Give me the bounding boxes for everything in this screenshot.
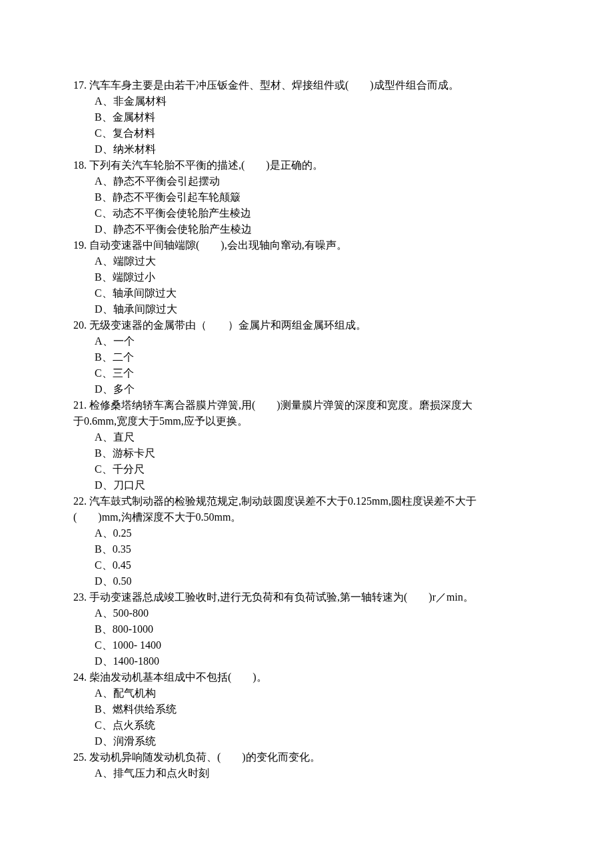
option-a: A、500-800 — [73, 605, 613, 621]
option-d: D、多个 — [73, 381, 613, 397]
question-23: 23. 手动变速器总成竣工验收时,进行无负荷和有负荷试验,第一轴转速为( )r／… — [73, 589, 613, 669]
question-22: 22. 汽车鼓式制动器的检验规范规定,制动鼓圆度误差不大于0.125mm,圆柱度… — [73, 493, 613, 589]
option-a: A、端隙过大 — [73, 253, 613, 269]
option-c: C、1000- 1400 — [73, 637, 613, 653]
option-a: A、0.25 — [73, 525, 613, 541]
question-20: 20. 无级变速器的金属带由（ ）金属片和两组金属环组成。 A、一个 B、二个 … — [73, 317, 613, 397]
question-stem: 20. 无级变速器的金属带由（ ）金属片和两组金属环组成。 — [73, 317, 613, 333]
question-19: 19. 自动变速器中间轴端隙( ),会出现轴向窜动,有噪声。 A、端隙过大 B、… — [73, 237, 613, 317]
option-b: B、0.35 — [73, 541, 613, 557]
option-a: A、直尺 — [73, 429, 613, 445]
option-a: A、配气机构 — [73, 685, 613, 701]
question-number: 17. — [73, 79, 87, 91]
question-18: 18. 下列有关汽车轮胎不平衡的描述,( )是正确的。 A、静态不平衡会引起摆动… — [73, 157, 613, 237]
option-b: B、二个 — [73, 349, 613, 365]
question-stem: 21. 检修桑塔纳轿车离合器膜片弹簧,用( )测量膜片弹簧的深度和宽度。磨损深度… — [73, 397, 613, 413]
option-c: C、动态不平衡会使轮胎产生棱边 — [73, 205, 613, 221]
question-text: 汽车鼓式制动器的检验规范规定,制动鼓圆度误差不大于0.125mm,圆柱度误差不大… — [89, 495, 476, 507]
option-d: D、1400-1800 — [73, 653, 613, 669]
question-text: 检修桑塔纳轿车离合器膜片弹簧,用( )测量膜片弹簧的深度和宽度。磨损深度大 — [89, 399, 472, 411]
question-number: 24. — [73, 671, 87, 683]
question-text: 下列有关汽车轮胎不平衡的描述,( )是正确的。 — [89, 159, 323, 171]
question-text: 手动变速器总成竣工验收时,进行无负荷和有负荷试验,第一轴转速为( )r／min。 — [89, 591, 474, 603]
question-stem-cont: 于0.6mm,宽度大于5mm,应予以更换。 — [73, 413, 613, 429]
question-stem: 17. 汽车车身主要是由若干冲压钣金件、型材、焊接组件或( )成型件组合而成。 — [73, 77, 613, 93]
option-b: B、800-1000 — [73, 621, 613, 637]
question-stem: 22. 汽车鼓式制动器的检验规范规定,制动鼓圆度误差不大于0.125mm,圆柱度… — [73, 493, 613, 509]
option-c: C、复合材料 — [73, 125, 613, 141]
question-stem: 19. 自动变速器中间轴端隙( ),会出现轴向窜动,有噪声。 — [73, 237, 613, 253]
option-a: A、静态不平衡会引起摆动 — [73, 173, 613, 189]
option-a: A、一个 — [73, 333, 613, 349]
question-24: 24. 柴油发动机基本组成中不包括( )。 A、配气机构 B、燃料供给系统 C、… — [73, 669, 613, 749]
question-text: 汽车车身主要是由若干冲压钣金件、型材、焊接组件或( )成型件组合而成。 — [89, 79, 459, 91]
option-d: D、静态不平衡会使轮胎产生棱边 — [73, 221, 613, 237]
option-d: D、润滑系统 — [73, 733, 613, 749]
question-text: 自动变速器中间轴端隙( ),会出现轴向窜动,有噪声。 — [89, 239, 347, 251]
option-b: B、游标卡尺 — [73, 445, 613, 461]
option-c: C、千分尺 — [73, 461, 613, 477]
option-a: A、非金属材料 — [73, 93, 613, 109]
option-a: A、排气压力和点火时刻 — [73, 765, 613, 781]
option-d: D、纳米材料 — [73, 141, 613, 157]
question-number: 20. — [73, 319, 87, 331]
question-stem: 25. 发动机异响随发动机负荷、( )的变化而变化。 — [73, 749, 613, 765]
option-d: D、轴承间隙过大 — [73, 301, 613, 317]
option-b: B、静态不平衡会引起车轮颠簸 — [73, 189, 613, 205]
question-number: 23. — [73, 591, 87, 603]
question-stem: 18. 下列有关汽车轮胎不平衡的描述,( )是正确的。 — [73, 157, 613, 173]
question-number: 22. — [73, 495, 87, 507]
question-text: 柴油发动机基本组成中不包括( )。 — [89, 671, 267, 683]
question-25: 25. 发动机异响随发动机负荷、( )的变化而变化。 A、排气压力和点火时刻 — [73, 749, 613, 781]
question-number: 25. — [73, 751, 87, 763]
question-text: 无级变速器的金属带由（ ）金属片和两组金属环组成。 — [89, 319, 366, 331]
option-c: C、0.45 — [73, 557, 613, 573]
question-17: 17. 汽车车身主要是由若干冲压钣金件、型材、焊接组件或( )成型件组合而成。 … — [73, 77, 613, 157]
option-c: C、点火系统 — [73, 717, 613, 733]
question-number: 21. — [73, 399, 87, 411]
option-d: D、0.50 — [73, 573, 613, 589]
option-b: B、燃料供给系统 — [73, 701, 613, 717]
question-stem-cont: ( )mm,沟槽深度不大于0.50mm。 — [73, 509, 613, 525]
option-c: C、三个 — [73, 365, 613, 381]
question-number: 19. — [73, 239, 87, 251]
question-text: 发动机异响随发动机负荷、( )的变化而变化。 — [89, 751, 320, 763]
question-stem: 24. 柴油发动机基本组成中不包括( )。 — [73, 669, 613, 685]
question-stem: 23. 手动变速器总成竣工验收时,进行无负荷和有负荷试验,第一轴转速为( )r／… — [73, 589, 613, 605]
option-b: B、端隙过小 — [73, 269, 613, 285]
option-b: B、金属材料 — [73, 109, 613, 125]
question-number: 18. — [73, 159, 87, 171]
option-c: C、轴承间隙过大 — [73, 285, 613, 301]
option-d: D、刀口尺 — [73, 477, 613, 493]
question-21: 21. 检修桑塔纳轿车离合器膜片弹簧,用( )测量膜片弹簧的深度和宽度。磨损深度… — [73, 397, 613, 493]
